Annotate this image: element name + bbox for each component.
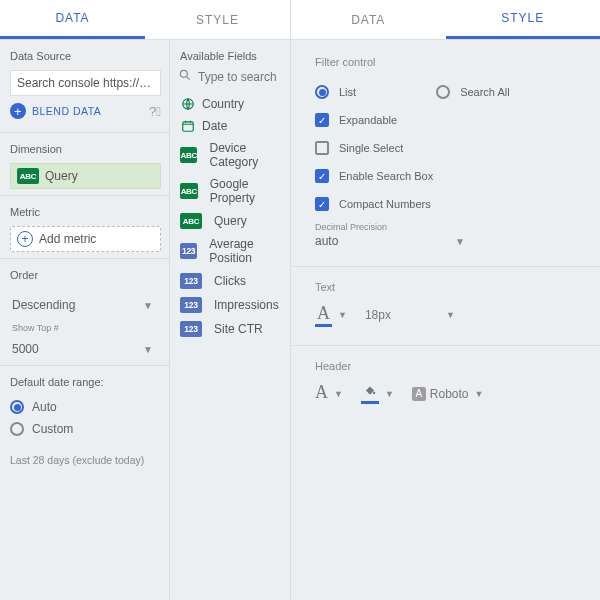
paint-bucket-icon (361, 383, 379, 404)
field-item[interactable]: 123Clicks (170, 269, 290, 293)
text-section-title: Text (315, 281, 590, 293)
field-item[interactable]: ABCGoogle Property (170, 173, 290, 209)
order-select[interactable]: Descending▼ (10, 289, 161, 315)
checkbox-single-select[interactable]: Single Select (315, 134, 590, 162)
add-metric-button[interactable]: + Add metric (10, 226, 161, 252)
number-icon: 123 (180, 321, 202, 337)
dimension-title: Dimension (10, 143, 161, 155)
number-icon: 123 (180, 273, 202, 289)
tab-data-right[interactable]: DATA (291, 0, 446, 39)
abc-icon: ABC (180, 147, 197, 163)
chevron-down-icon: ▼ (455, 236, 465, 247)
chevron-down-icon: ▼ (446, 310, 455, 320)
data-source-picker[interactable]: Search console https://… (10, 70, 161, 96)
help-icon[interactable]: ?⃝ (149, 104, 161, 119)
number-icon: 123 (180, 297, 202, 313)
abc-icon: ABC (17, 168, 39, 184)
globe-icon (180, 97, 196, 111)
field-label: Query (214, 214, 247, 228)
field-label: Google Property (210, 177, 280, 205)
abc-icon: ABC (180, 213, 202, 229)
field-label: Country (202, 97, 244, 111)
radio-list[interactable]: List (315, 85, 356, 99)
header-font-family[interactable]: ARoboto ▼ (412, 387, 484, 401)
tab-style-left[interactable]: STYLE (145, 0, 290, 39)
field-label: Impressions (214, 298, 279, 312)
data-source-title: Data Source (10, 50, 161, 62)
search-icon (178, 68, 192, 85)
svg-rect-3 (183, 122, 194, 131)
radio-search-all[interactable]: Search All (436, 85, 510, 99)
order-title: Order (10, 269, 161, 281)
chevron-down-icon: ▼ (143, 300, 153, 311)
font-size-select[interactable]: 18px▼ (365, 308, 455, 322)
precision-label: Decimal Precision (315, 222, 590, 232)
field-label: Date (202, 119, 227, 133)
chevron-down-icon: ▼ (338, 310, 347, 320)
radio-custom[interactable]: Custom (10, 418, 161, 440)
radio-auto[interactable]: Auto (10, 396, 161, 418)
dimension-chip[interactable]: ABC Query (10, 163, 161, 189)
header-font-color[interactable]: A▼ (315, 382, 343, 405)
tab-data-left[interactable]: DATA (0, 0, 145, 39)
field-item[interactable]: 123Site CTR (170, 317, 290, 341)
left-tabs: DATA STYLE (0, 0, 290, 40)
date-range-note: Last 28 days (exclude today) (0, 446, 169, 474)
svg-point-4 (373, 392, 375, 394)
plus-icon: + (10, 103, 26, 119)
field-label: Device Category (209, 141, 280, 169)
checkbox-compact-numbers[interactable]: Compact Numbers (315, 190, 590, 218)
precision-select[interactable]: auto▼ (315, 232, 465, 248)
checkbox-expandable[interactable]: Expandable (315, 106, 590, 134)
field-item[interactable]: 123Average Position (170, 233, 290, 269)
plus-outline-icon: + (17, 231, 33, 247)
field-item[interactable]: ABCDevice Category (170, 137, 290, 173)
chevron-down-icon: ▼ (475, 389, 484, 399)
header-section-title: Header (315, 360, 590, 372)
chevron-down-icon: ▼ (385, 389, 394, 399)
number-icon: 123 (180, 243, 197, 259)
filter-control-title: Filter control (315, 56, 590, 68)
chevron-down-icon: ▼ (143, 344, 153, 355)
show-top-select[interactable]: 5000▼ (10, 333, 161, 359)
font-color-picker[interactable]: A▼ (315, 303, 347, 327)
chevron-down-icon: ▼ (334, 389, 343, 399)
svg-point-0 (180, 70, 187, 77)
available-fields-title: Available Fields (170, 40, 290, 68)
field-item[interactable]: ABCQuery (170, 209, 290, 233)
field-label: Clicks (214, 274, 246, 288)
field-label: Site CTR (214, 322, 263, 336)
metric-title: Metric (10, 206, 161, 218)
checkbox-enable-search[interactable]: Enable Search Box (315, 162, 590, 190)
show-top-label: Show Top # (10, 315, 161, 333)
fields-search-input[interactable] (198, 70, 278, 84)
header-fill-color[interactable]: ▼ (361, 383, 394, 404)
field-item[interactable]: Date (170, 115, 290, 137)
tab-style-right[interactable]: STYLE (446, 0, 601, 39)
right-tabs: DATA STYLE (291, 0, 600, 40)
field-item[interactable]: Country (170, 93, 290, 115)
field-label: Average Position (209, 237, 280, 265)
field-item[interactable]: 123Impressions (170, 293, 290, 317)
abc-icon: ABC (180, 183, 198, 199)
calendar-icon (180, 119, 196, 133)
blend-data-button[interactable]: + BLEND DATA (10, 103, 101, 119)
date-range-title: Default date range: (10, 376, 161, 388)
svg-line-1 (186, 76, 189, 79)
